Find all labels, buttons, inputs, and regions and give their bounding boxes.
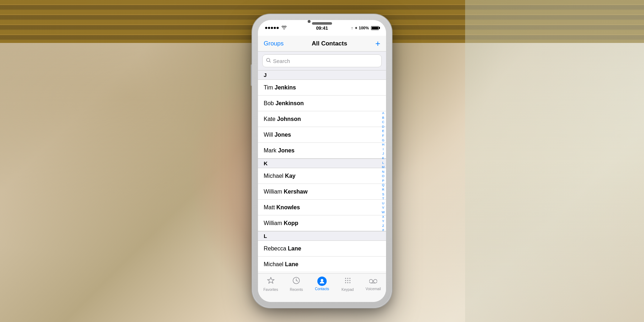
alpha-c[interactable]: C (380, 120, 386, 125)
alpha-n[interactable]: N (380, 170, 386, 174)
list-item[interactable]: William Kopp (258, 215, 386, 231)
battery-bar (371, 26, 379, 30)
recents-label: Recents (290, 288, 303, 292)
list-item[interactable]: Michael Lane (258, 257, 386, 272)
alpha-q[interactable]: Q (380, 183, 386, 187)
list-item-matt-knowles[interactable]: Matt Knowles (258, 200, 386, 215)
svg-line-5 (296, 280, 298, 281)
section-header-k: K (258, 158, 386, 168)
wifi-icon (282, 26, 287, 30)
search-container: Search (258, 52, 386, 70)
svg-point-15 (349, 282, 350, 283)
alpha-m[interactable]: M (380, 165, 386, 170)
nav-title: All Contacts (312, 40, 347, 47)
tab-contacts[interactable]: Contacts (309, 277, 335, 291)
contact-name: Tim Jenkins (264, 84, 296, 91)
speaker (312, 22, 332, 25)
alpha-z[interactable]: Z (380, 224, 386, 228)
alpha-l[interactable]: L (380, 161, 386, 165)
contact-name: William Kershaw (264, 189, 308, 195)
contact-name: Kate Johnson (264, 116, 301, 122)
alpha-d[interactable]: D (380, 125, 386, 129)
alpha-a[interactable]: A (380, 111, 386, 116)
svg-point-9 (349, 278, 350, 279)
alpha-v[interactable]: V (380, 205, 386, 210)
list-item[interactable]: Rebecca Lane (258, 241, 386, 257)
alpha-x[interactable]: X (380, 215, 386, 219)
contact-name: Rebecca Lane (264, 245, 301, 252)
keypad-label: Keypad (342, 288, 354, 292)
svg-point-8 (347, 278, 348, 279)
status-time: 09:41 (316, 25, 328, 31)
nav-bar: Groups All Contacts + (258, 36, 386, 52)
tab-recents[interactable]: Recents (284, 277, 309, 292)
recents-icon (292, 277, 300, 287)
alpha-r[interactable]: R (380, 187, 386, 192)
list-item[interactable]: William Kershaw (258, 184, 386, 200)
contacts-area: J Tim Jenkins Bob Jenkinson Kate Jo (258, 70, 386, 273)
battery-tip (379, 27, 380, 29)
tab-favorites[interactable]: Favorites (258, 277, 284, 292)
contacts-icon (317, 277, 327, 286)
alpha-hash[interactable]: # (380, 228, 386, 233)
list-item[interactable]: Michael Kay (258, 168, 386, 184)
list-item[interactable]: Mark Jones (258, 143, 386, 158)
contact-name: Michael Kay (264, 173, 296, 179)
search-placeholder: Search (273, 58, 290, 64)
svg-point-14 (347, 282, 348, 283)
alpha-e[interactable]: E (380, 129, 386, 133)
status-right: ↑ ✦ 100% (351, 26, 379, 30)
svg-point-0 (267, 58, 270, 62)
contact-name: Mark Jones (264, 147, 294, 154)
alpha-s[interactable]: S (380, 192, 386, 197)
list-item-will-jones[interactable]: Will Jones (258, 127, 386, 143)
alpha-f[interactable]: F (380, 133, 386, 138)
contacts-label: Contacts (315, 287, 329, 291)
svg-point-17 (374, 279, 377, 283)
svg-point-16 (369, 279, 373, 283)
alpha-t[interactable]: T (380, 196, 386, 201)
right-background (465, 0, 644, 322)
svg-line-1 (270, 62, 271, 63)
alpha-o[interactable]: O (380, 174, 386, 179)
phone-body: 09:41 ↑ ✦ 100% Groups All Contacts + (252, 14, 392, 308)
contact-name: Bob Jenkinson (264, 100, 304, 107)
signal-dot-3 (271, 27, 273, 29)
list-item[interactable]: Tim Jenkins (258, 80, 386, 96)
signal-dot-5 (277, 27, 279, 29)
list-item[interactable]: Bob Jenkinson (258, 96, 386, 111)
contact-name: Michael Lane (264, 261, 298, 268)
contact-name: William Kopp (264, 220, 298, 226)
battery-percent: 100% (359, 26, 369, 30)
svg-point-11 (347, 280, 348, 281)
alpha-h[interactable]: H (380, 142, 386, 147)
alpha-b[interactable]: B (380, 116, 386, 120)
alpha-w[interactable]: W (380, 210, 386, 215)
alpha-j[interactable]: J (380, 151, 386, 156)
alpha-p[interactable]: P (380, 179, 386, 183)
svg-marker-2 (267, 277, 274, 283)
voicemail-label: Voicemail (366, 287, 381, 291)
bluetooth-icon: ✦ (355, 26, 357, 30)
search-bar[interactable]: Search (262, 54, 382, 67)
alpha-i[interactable]: I (380, 147, 386, 152)
alpha-g[interactable]: G (380, 138, 386, 143)
svg-point-6 (321, 279, 323, 282)
front-camera (308, 20, 311, 23)
contacts-scroll[interactable]: J Tim Jenkins Bob Jenkinson Kate Jo (258, 70, 386, 273)
svg-point-7 (345, 278, 346, 279)
alpha-u[interactable]: U (380, 201, 386, 206)
tab-voicemail[interactable]: Voicemail (360, 277, 386, 291)
favorites-icon (267, 277, 275, 287)
section-header-l: L (258, 231, 386, 241)
tab-keypad[interactable]: Keypad (335, 277, 361, 292)
alpha-y[interactable]: Y (380, 219, 386, 224)
add-contact-button[interactable]: + (375, 39, 380, 49)
section-header-j: J (258, 70, 386, 80)
list-item[interactable]: Kate Johnson (258, 111, 386, 127)
alpha-k[interactable]: K (380, 156, 386, 161)
search-icon (266, 58, 271, 64)
phone-screen: 09:41 ↑ ✦ 100% Groups All Contacts + (258, 20, 386, 302)
status-left (265, 26, 287, 30)
groups-button[interactable]: Groups (264, 40, 284, 47)
